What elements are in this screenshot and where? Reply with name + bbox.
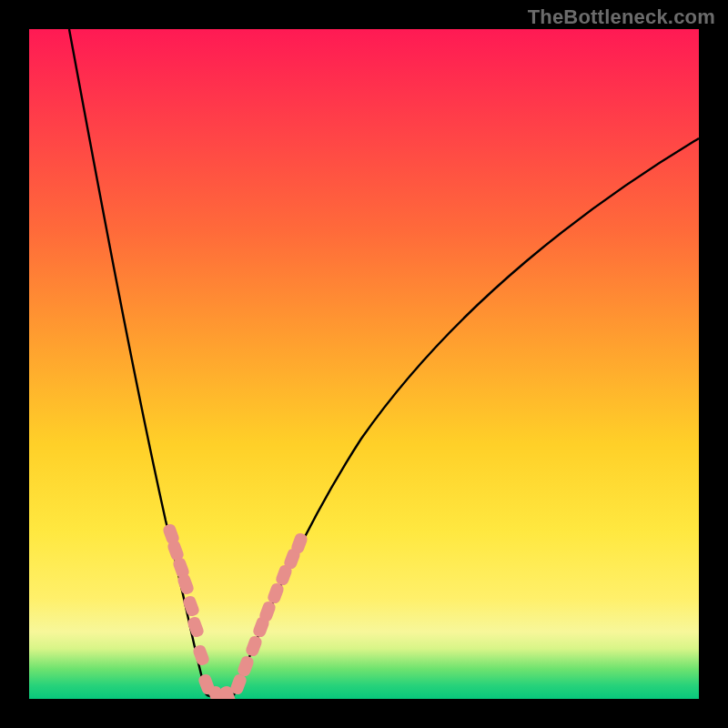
data-marker — [267, 581, 286, 604]
data-marker — [245, 634, 264, 657]
plot-area — [29, 29, 699, 699]
right-branch-line — [234, 138, 699, 695]
marker-group — [162, 522, 309, 699]
data-marker — [237, 654, 256, 677]
left-branch-line — [69, 29, 207, 695]
chart-frame: TheBottleneck.com — [0, 0, 728, 728]
chart-svg — [29, 29, 699, 699]
watermark-text: TheBottleneck.com — [528, 5, 715, 29]
curve-group — [69, 29, 699, 698]
